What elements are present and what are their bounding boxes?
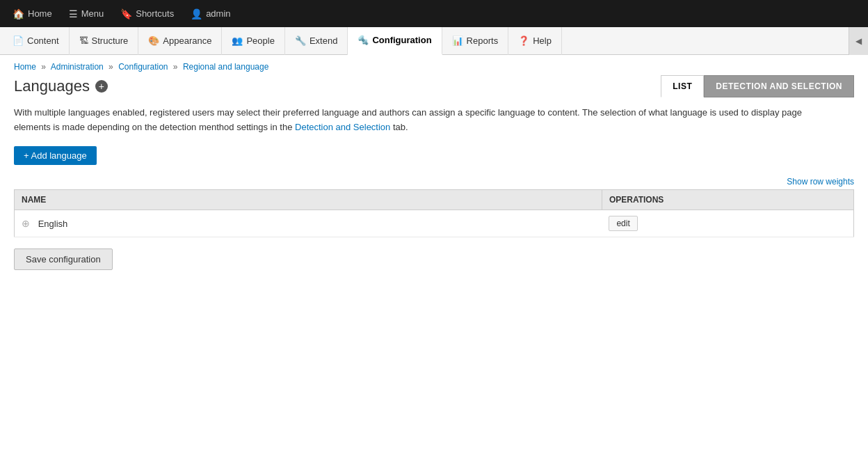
show-row-weights-link[interactable]: Show row weights bbox=[787, 177, 854, 187]
nav-structure[interactable]: 🏗 Structure bbox=[70, 27, 139, 55]
language-name-cell: ⊕ English bbox=[15, 210, 602, 237]
table-body: ⊕ English edit bbox=[15, 210, 854, 237]
tab-buttons: LIST DETECTION AND SELECTION bbox=[661, 75, 854, 97]
nav-extend[interactable]: 🔧 Extend bbox=[285, 27, 348, 55]
appearance-icon: 🎨 bbox=[148, 35, 159, 46]
reports-icon: 📊 bbox=[452, 35, 463, 46]
table-header: NAME OPERATIONS bbox=[15, 189, 854, 210]
breadcrumb-configuration[interactable]: Configuration bbox=[118, 62, 168, 72]
content-icon: 📄 bbox=[13, 35, 24, 46]
breadcrumb: Home » Administration » Configuration » … bbox=[0, 55, 868, 75]
configuration-icon: 🔩 bbox=[357, 35, 369, 45]
breadcrumb-regional[interactable]: Regional and language bbox=[183, 62, 268, 72]
bookmark-icon: 🔖 bbox=[120, 8, 132, 19]
page-header-area: Languages + LIST DETECTION AND SELECTION bbox=[0, 75, 868, 106]
shortcuts-label: Shortcuts bbox=[136, 8, 174, 19]
sidebar-toggle-icon: ◀ bbox=[855, 36, 862, 46]
secondary-nav: 📄 Content 🏗 Structure 🎨 Appearance 👥 Peo… bbox=[0, 27, 868, 55]
col-operations: OPERATIONS bbox=[602, 189, 853, 210]
col-name: NAME bbox=[15, 189, 602, 210]
people-icon: 👥 bbox=[232, 35, 243, 46]
sidebar-toggle[interactable]: ◀ bbox=[849, 27, 868, 55]
table-row: ⊕ English edit bbox=[15, 210, 854, 237]
menu-link[interactable]: ☰ Menu bbox=[62, 4, 111, 24]
nav-configuration[interactable]: 🔩 Configuration bbox=[348, 27, 442, 55]
languages-table: NAME OPERATIONS ⊕ English edit bbox=[14, 189, 854, 237]
help-icon: ❓ bbox=[518, 35, 529, 46]
nav-help[interactable]: ❓ Help bbox=[508, 27, 562, 55]
home-icon: 🏠 bbox=[13, 8, 24, 19]
admin-user-link[interactable]: 👤 admin bbox=[184, 4, 237, 24]
language-name: English bbox=[38, 219, 68, 229]
show-weights-area: Show row weights bbox=[14, 176, 854, 187]
tab-detection[interactable]: DETECTION AND SELECTION bbox=[704, 75, 854, 97]
description-text: With multiple languages enabled, registe… bbox=[14, 106, 814, 135]
breadcrumb-home[interactable]: Home bbox=[14, 62, 36, 72]
main-content: With multiple languages enabled, registe… bbox=[0, 106, 868, 284]
nav-appearance[interactable]: 🎨 Appearance bbox=[138, 27, 222, 55]
operations-cell: edit bbox=[602, 210, 853, 237]
extend-icon: 🔧 bbox=[295, 35, 306, 46]
menu-label: Menu bbox=[81, 8, 104, 19]
nav-people[interactable]: 👥 People bbox=[222, 27, 284, 55]
menu-icon: ☰ bbox=[69, 8, 78, 19]
page-title: Languages bbox=[14, 77, 90, 95]
page-title-row: Languages + LIST DETECTION AND SELECTION bbox=[14, 75, 854, 97]
add-language-button[interactable]: + Add language bbox=[14, 146, 97, 165]
add-language-icon-button[interactable]: + bbox=[95, 80, 108, 93]
detection-selection-link[interactable]: Detection and Selection bbox=[295, 122, 390, 132]
home-link[interactable]: 🏠 Home bbox=[6, 4, 59, 24]
save-configuration-button[interactable]: Save configuration bbox=[14, 248, 113, 270]
nav-content[interactable]: 📄 Content bbox=[3, 27, 70, 55]
drag-handle-icon[interactable]: ⊕ bbox=[22, 218, 30, 229]
edit-button[interactable]: edit bbox=[609, 216, 637, 231]
tab-list[interactable]: LIST bbox=[661, 75, 704, 97]
admin-bar: 🏠 Home ☰ Menu 🔖 Shortcuts 👤 admin bbox=[0, 0, 868, 27]
nav-reports[interactable]: 📊 Reports bbox=[442, 27, 509, 55]
user-icon: 👤 bbox=[191, 8, 202, 19]
admin-label: admin bbox=[206, 8, 230, 19]
home-label: Home bbox=[28, 8, 52, 19]
shortcuts-link[interactable]: 🔖 Shortcuts bbox=[113, 4, 181, 24]
breadcrumb-administration[interactable]: Administration bbox=[51, 62, 104, 72]
structure-icon: 🏗 bbox=[79, 35, 88, 46]
